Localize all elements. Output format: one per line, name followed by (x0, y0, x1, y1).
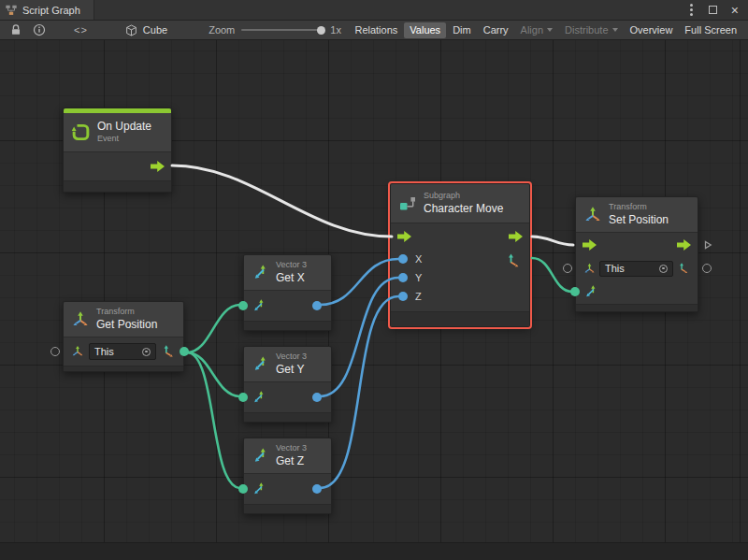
port-row (244, 291, 331, 321)
tab-script-graph[interactable]: Script Graph (0, 0, 94, 20)
value-input-port-z[interactable] (398, 292, 408, 301)
value-input-port[interactable] (570, 287, 580, 296)
node-header: Transform Set Position (576, 197, 698, 233)
values-button[interactable]: Values (404, 22, 446, 38)
flow-port-row (391, 223, 529, 250)
value-output-port[interactable] (312, 301, 322, 310)
flow-input-port[interactable] (583, 239, 597, 251)
position-axes-icon (677, 262, 690, 275)
node-type: Transform (96, 307, 157, 318)
node-type: Vector 3 (276, 260, 307, 271)
object-picker-icon[interactable] (142, 348, 151, 356)
vector3-icon (252, 447, 269, 465)
port-row: This (64, 337, 183, 366)
value-input-port[interactable] (238, 484, 248, 494)
vector3-icon (252, 298, 266, 313)
port-row (244, 474, 331, 504)
maximize-icon[interactable] (709, 6, 717, 14)
port-label-x: X (415, 253, 422, 265)
node-get-y[interactable]: Vector 3 Get Y (243, 346, 332, 423)
flow-output-port[interactable] (151, 161, 165, 172)
flow-output-port[interactable] (509, 231, 523, 242)
node-on-update[interactable]: On Update Event (63, 108, 172, 193)
node-title: Set Position (609, 213, 669, 227)
code-icon[interactable]: <> (74, 24, 88, 36)
this-input-port[interactable] (563, 264, 572, 273)
info-icon[interactable] (33, 23, 46, 36)
tab-title: Script Graph (22, 5, 80, 16)
tab-bar: Script Graph × (0, 0, 748, 21)
vector3-icon (583, 284, 598, 299)
value-output-axes-icon[interactable] (505, 252, 522, 269)
unconnected-value-port[interactable] (702, 264, 712, 273)
align-label: Align (521, 24, 543, 36)
node-set-position[interactable]: Transform Set Position This (575, 196, 698, 312)
this-port-row: This (576, 257, 698, 280)
zoom-slider-handle[interactable] (317, 26, 325, 35)
node-footer (244, 321, 331, 330)
value-input-port[interactable] (238, 393, 248, 402)
port-row (244, 382, 331, 412)
full-screen-button[interactable]: Full Screen (679, 22, 742, 38)
toolbar-buttons: Relations Values Dim Carry Align Distrib… (349, 22, 742, 38)
carry-button[interactable]: Carry (478, 22, 514, 38)
transform-icon (71, 310, 90, 329)
node-title: Get X (276, 271, 307, 285)
flow-input-port[interactable] (397, 231, 411, 242)
node-title: Get Z (276, 454, 307, 468)
distribute-label: Distribute (565, 24, 608, 36)
this-field-value: This (605, 263, 625, 274)
relations-button[interactable]: Relations (349, 22, 403, 38)
this-field[interactable]: This (89, 343, 156, 360)
vector3-icon (252, 264, 269, 281)
distribute-dropdown[interactable]: Distribute (559, 22, 623, 38)
value-output-port[interactable] (312, 484, 322, 494)
horizontal-scrollbar[interactable] (0, 542, 748, 560)
node-subtitle: Event (97, 134, 151, 145)
object-picker-icon[interactable] (659, 265, 668, 273)
node-title: Get Y (276, 363, 307, 377)
dim-button[interactable]: Dim (447, 22, 477, 38)
zoom-slider[interactable] (241, 29, 324, 31)
script-graph-window: Script Graph × <> Cube Zoom 1x Relations… (0, 0, 748, 560)
this-input-port[interactable] (50, 347, 60, 356)
node-header: Vector 3 Get Z (244, 438, 331, 474)
port-row-y: Y (391, 268, 529, 287)
node-get-position[interactable]: Transform Get Position This (63, 301, 184, 372)
value-input-port-y[interactable] (398, 273, 408, 282)
node-footer (244, 412, 331, 422)
value-output-port[interactable] (180, 347, 189, 356)
node-type: Vector 3 (276, 443, 307, 454)
flow-output-port[interactable] (677, 239, 691, 251)
graph-target-name[interactable]: Cube (143, 24, 167, 36)
vector3-icon (252, 355, 269, 373)
node-header: On Update Event (64, 113, 171, 152)
vector3-icon (252, 390, 266, 405)
node-title: Get Position (96, 318, 157, 332)
node-get-z[interactable]: Vector 3 Get Z (243, 438, 332, 514)
close-icon[interactable]: × (731, 4, 739, 17)
node-type: Subgraph (424, 191, 503, 202)
overview-button[interactable]: Overview (625, 22, 679, 38)
node-type: Vector 3 (276, 352, 307, 363)
node-header: Vector 3 Get Y (244, 347, 331, 382)
vector3-icon (252, 481, 266, 496)
node-footer (391, 311, 529, 326)
node-get-x[interactable]: Vector 3 Get X (243, 254, 332, 331)
zoom-label: Zoom (209, 24, 235, 36)
port-label-y: Y (415, 272, 422, 283)
zoom-value: 1x (330, 24, 341, 36)
node-type: Transform (609, 202, 669, 213)
this-field[interactable]: This (599, 261, 673, 277)
kebab-menu-icon[interactable] (688, 2, 695, 18)
transform-icon (71, 345, 84, 358)
transform-icon (583, 263, 596, 275)
node-footer (244, 504, 331, 513)
value-output-port[interactable] (312, 393, 322, 402)
lock-icon[interactable] (9, 23, 22, 36)
value-input-port[interactable] (238, 301, 248, 310)
align-dropdown[interactable]: Align (515, 22, 558, 38)
value-input-port-x[interactable] (398, 254, 408, 264)
unconnected-flow-port[interactable] (703, 240, 712, 250)
node-character-move[interactable]: Subgraph Character Move X Y Z (390, 183, 530, 327)
